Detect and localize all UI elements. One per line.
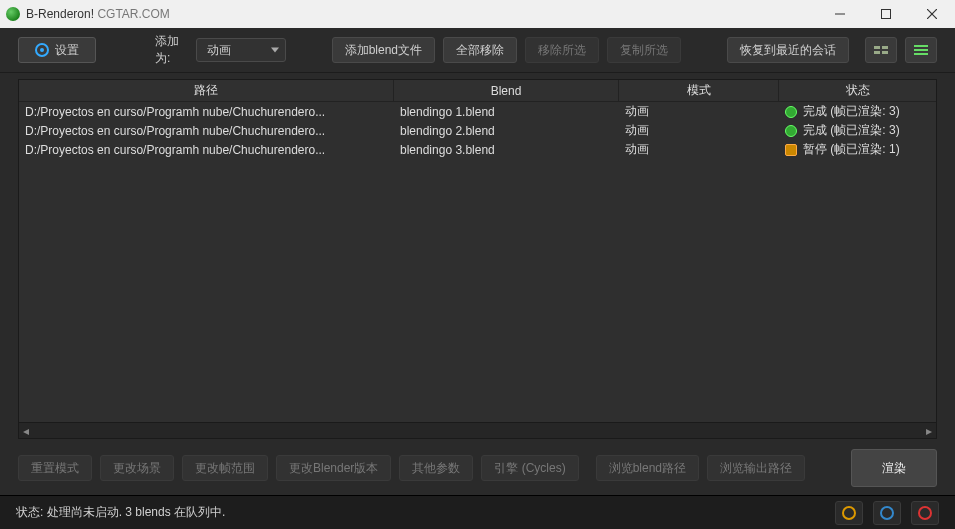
scroll-track[interactable] <box>47 424 908 438</box>
change-range-button[interactable]: 更改帧范围 <box>182 455 268 481</box>
remove-selected-button[interactable]: 移除所选 <box>525 37 599 63</box>
cell-status: 暂停 (帧已渲染: 1) <box>779 140 936 159</box>
app-title: B-Renderon! CGTAR.COM <box>26 7 170 21</box>
add-as-value: 动画 <box>207 42 231 59</box>
restore-session-button[interactable]: 恢复到最近的会话 <box>727 37 849 63</box>
horizontal-scrollbar[interactable]: ◂ ▸ <box>19 422 936 438</box>
cell-path: D:/Proyectos en curso/Programh nube/Chuc… <box>19 102 394 121</box>
settings-small-icon <box>880 506 894 520</box>
engine-button[interactable]: 引擎 (Cycles) <box>481 455 578 481</box>
status-text-cell: 完成 (帧已渲染: 3) <box>803 103 900 120</box>
cell-mode: 动画 <box>619 102 779 121</box>
cell-status: 完成 (帧已渲染: 3) <box>779 121 936 140</box>
power-button[interactable] <box>911 501 939 525</box>
window-close-button[interactable] <box>909 0 955 28</box>
cell-blend: blendingo 3.blend <box>394 140 619 159</box>
app-icon <box>6 7 20 21</box>
window-minimize-button[interactable] <box>817 0 863 28</box>
browse-output-button[interactable]: 浏览输出路径 <box>707 455 805 481</box>
settings-label: 设置 <box>55 42 79 59</box>
toolbar: 设置 添加为: 动画 添加blend文件 全部移除 移除所选 复制所选 恢复到最… <box>0 28 955 73</box>
remove-selected-label: 移除所选 <box>538 42 586 59</box>
list-icon <box>914 45 928 55</box>
table-body: D:/Proyectos en curso/Programh nube/Chuc… <box>19 102 936 422</box>
add-blend-label: 添加blend文件 <box>345 42 422 59</box>
gear-icon <box>35 43 49 57</box>
cell-status: 完成 (帧已渲染: 3) <box>779 102 936 121</box>
col-header-path[interactable]: 路径 <box>19 80 394 101</box>
remove-all-button[interactable]: 全部移除 <box>443 37 517 63</box>
pause-icon <box>785 144 797 156</box>
col-header-mode[interactable]: 模式 <box>619 80 779 101</box>
cell-blend: blendingo 2.blend <box>394 121 619 140</box>
render-label: 渲染 <box>882 460 906 477</box>
queue-table: 路径 Blend 模式 状态 D:/Proyectos en curso/Pro… <box>18 79 937 439</box>
scroll-left-icon[interactable]: ◂ <box>19 424 33 438</box>
grid-icon <box>874 46 888 54</box>
window-maximize-button[interactable] <box>863 0 909 28</box>
info-icon <box>842 506 856 520</box>
power-icon <box>918 506 932 520</box>
reset-mode-button[interactable]: 重置模式 <box>18 455 92 481</box>
browse-blend-button[interactable]: 浏览blend路径 <box>596 455 699 481</box>
cell-path: D:/Proyectos en curso/Programh nube/Chuc… <box>19 121 394 140</box>
cell-mode: 动画 <box>619 121 779 140</box>
table-row[interactable]: D:/Proyectos en curso/Programh nube/Chuc… <box>19 121 936 140</box>
titlebar: B-Renderon! CGTAR.COM <box>0 0 955 28</box>
status-bar: 状态: 处理尚未启动. 3 blends 在队列中. <box>0 495 955 529</box>
checkmark-icon <box>785 125 797 137</box>
checkmark-icon <box>785 106 797 118</box>
render-button[interactable]: 渲染 <box>851 449 937 487</box>
scroll-right-icon[interactable]: ▸ <box>922 424 936 438</box>
change-scene-button[interactable]: 更改场景 <box>100 455 174 481</box>
bottom-toolbar: 重置模式 更改场景 更改帧范围 更改Blender版本 其他参数 引擎 (Cyc… <box>0 441 955 495</box>
other-args-button[interactable]: 其他参数 <box>399 455 473 481</box>
status-text-cell: 完成 (帧已渲染: 3) <box>803 122 900 139</box>
svg-rect-1 <box>882 10 891 19</box>
config-button[interactable] <box>873 501 901 525</box>
cell-mode: 动画 <box>619 140 779 159</box>
cell-blend: blendingo 1.blend <box>394 102 619 121</box>
col-header-status[interactable]: 状态 <box>779 80 936 101</box>
status-text-cell: 暂停 (帧已渲染: 1) <box>803 141 900 158</box>
table-row[interactable]: D:/Proyectos en curso/Programh nube/Chuc… <box>19 102 936 121</box>
view-list-button[interactable] <box>905 37 937 63</box>
table-header: 路径 Blend 模式 状态 <box>19 80 936 102</box>
add-blend-button[interactable]: 添加blend文件 <box>332 37 435 63</box>
view-grid-button[interactable] <box>865 37 897 63</box>
cell-path: D:/Proyectos en curso/Programh nube/Chuc… <box>19 140 394 159</box>
restore-session-label: 恢复到最近的会话 <box>740 42 836 59</box>
add-as-label: 添加为: <box>155 33 188 67</box>
table-row[interactable]: D:/Proyectos en curso/Programh nube/Chuc… <box>19 140 936 159</box>
settings-button[interactable]: 设置 <box>18 37 96 63</box>
change-version-button[interactable]: 更改Blender版本 <box>276 455 391 481</box>
remove-all-label: 全部移除 <box>456 42 504 59</box>
copy-selected-label: 复制所选 <box>620 42 668 59</box>
copy-selected-button[interactable]: 复制所选 <box>607 37 681 63</box>
info-button[interactable] <box>835 501 863 525</box>
add-as-select[interactable]: 动画 <box>196 38 286 62</box>
status-text: 状态: 处理尚未启动. 3 blends 在队列中. <box>16 504 225 521</box>
col-header-blend[interactable]: Blend <box>394 80 619 101</box>
